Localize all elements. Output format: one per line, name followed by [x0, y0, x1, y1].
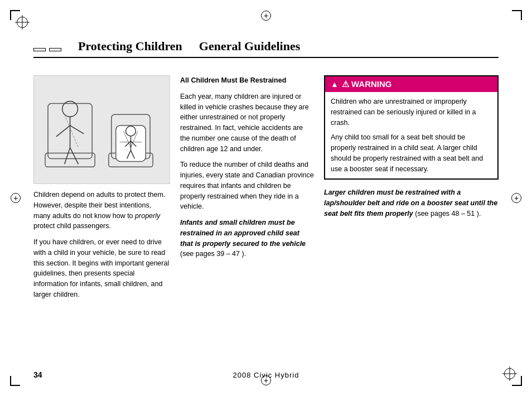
- middle-text-block: All Children Must Be Restrained Each yea…: [180, 75, 314, 259]
- warning-header: ▲ ⚠ WARNING: [325, 76, 497, 92]
- section-title-guidelines: General Guidelines: [199, 39, 301, 54]
- right-bottom-text: Larger children must be restrained with …: [324, 187, 499, 219]
- middle-para3: Infants and small children must be restr…: [180, 218, 314, 259]
- right-column: ▲ ⚠ WARNING Children who are unrestraine…: [324, 75, 499, 351]
- left-para2: If you have children, or ever need to dr…: [33, 237, 170, 300]
- warning-para2: Any child too small for a seat belt shou…: [331, 132, 492, 174]
- reg-mark-left: [10, 192, 21, 204]
- reg-mark-right: [511, 192, 522, 204]
- left-column: Children depend on adults to protect the…: [33, 75, 170, 351]
- corner-mark-tr: [505, 10, 522, 27]
- warning-box: ▲ ⚠ WARNING Children who are unrestraine…: [324, 75, 499, 180]
- middle-para3-end: (see pages 39 – 47 ).: [180, 250, 246, 258]
- car-seat-svg: [34, 76, 170, 183]
- target-tl: [17, 17, 28, 28]
- middle-column: All Children Must Be Restrained Each yea…: [180, 75, 314, 351]
- warning-body: Children who are unrestrained or imprope…: [325, 92, 497, 178]
- warning-para1: Children who are unrestrained or imprope…: [331, 96, 492, 128]
- middle-title: All Children Must Be Restrained: [180, 76, 286, 84]
- middle-para2: To reduce the number of child deaths and…: [180, 160, 314, 212]
- page-header: Protecting Children General Guidelines: [33, 39, 499, 58]
- main-content: Children depend on adults to protect the…: [33, 75, 499, 351]
- header-tab-2: [49, 48, 61, 51]
- reg-mark-top: [260, 10, 272, 21]
- header-tab-1: [33, 48, 46, 51]
- left-text-block: Children depend on adults to protect the…: [33, 190, 170, 300]
- car-seat-illustration: [33, 75, 170, 184]
- left-para1-after: protect child passengers.: [33, 222, 111, 230]
- warning-title: ⚠ WARNING: [342, 79, 392, 89]
- footer-center: 2008 Civic Hybrid: [233, 371, 299, 379]
- warning-triangle-icon: ▲: [331, 80, 338, 89]
- corner-mark-bl: [10, 369, 27, 386]
- middle-para1: Each year, many children are injured or …: [180, 91, 314, 154]
- page-number: 34: [33, 370, 42, 379]
- section-title-protecting: Protecting Children: [78, 39, 182, 54]
- middle-para3-bold: Infants and small children must be restr…: [180, 219, 306, 248]
- left-para1-italic: properly: [135, 212, 160, 220]
- target-br: [504, 368, 515, 379]
- right-bottom-end: (see pages 48 – 51 ).: [413, 210, 481, 218]
